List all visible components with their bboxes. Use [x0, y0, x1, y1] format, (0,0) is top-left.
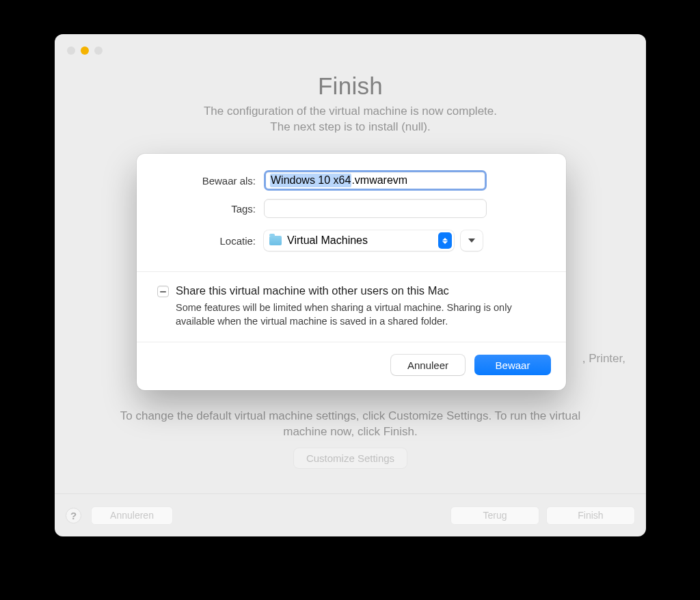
share-vm-checkbox[interactable]: [157, 286, 169, 297]
tags-input[interactable]: [264, 199, 487, 218]
finish-button[interactable]: Finish: [546, 506, 635, 525]
background-summary-snippet: , Printer,: [582, 352, 625, 366]
expand-save-panel-button[interactable]: [461, 230, 483, 251]
location-label: Locatie:: [154, 235, 264, 247]
back-button[interactable]: Terug: [450, 506, 539, 525]
help-button[interactable]: ?: [66, 508, 81, 523]
instructions-text: To change the default virtual machine se…: [105, 409, 597, 440]
share-vm-description: Some features will be limited when shari…: [176, 301, 531, 328]
subtitle-line-2: The next step is to install (null).: [270, 120, 430, 133]
zoom-window-button[interactable]: [94, 46, 103, 55]
customize-settings-button[interactable]: Customize Settings: [294, 448, 407, 468]
window-controls: [67, 46, 103, 55]
sheet-cancel-button[interactable]: Annuleer: [391, 355, 465, 375]
page-subtitle: The configuration of the virtual machine…: [204, 104, 497, 135]
save-sheet: Bewaar als: Windows 10 x64.vmwarevm Tags…: [137, 154, 566, 390]
minimize-window-button[interactable]: [81, 46, 89, 55]
close-window-button[interactable]: [67, 46, 75, 55]
location-value: Virtual Machines: [287, 234, 368, 247]
sheet-actions: Annuleer Bewaar: [137, 342, 566, 390]
cancel-button[interactable]: Annuleren: [91, 506, 173, 525]
share-vm-title: Share this virtual machine with other us…: [176, 284, 449, 297]
bottom-bar: ? Annuleren Terug Finish: [55, 494, 646, 536]
subtitle-line-1: The configuration of the virtual machine…: [204, 105, 497, 118]
filename-selected-text: Windows 10 x64: [270, 174, 351, 187]
folder-icon: [269, 236, 282, 245]
page-title: Finish: [318, 72, 383, 100]
location-popup[interactable]: Virtual Machines: [264, 230, 454, 251]
location-stepper-icon: [438, 232, 452, 249]
save-as-label: Bewaar als:: [154, 175, 264, 187]
save-as-input[interactable]: Windows 10 x64.vmwarevm: [264, 170, 487, 191]
filename-extension: .vmwarevm: [351, 174, 407, 187]
chevron-down-icon: [468, 238, 475, 243]
tags-label: Tags:: [154, 203, 264, 215]
instructions-block: To change the default virtual machine se…: [55, 409, 646, 468]
sheet-save-button[interactable]: Bewaar: [474, 355, 551, 375]
